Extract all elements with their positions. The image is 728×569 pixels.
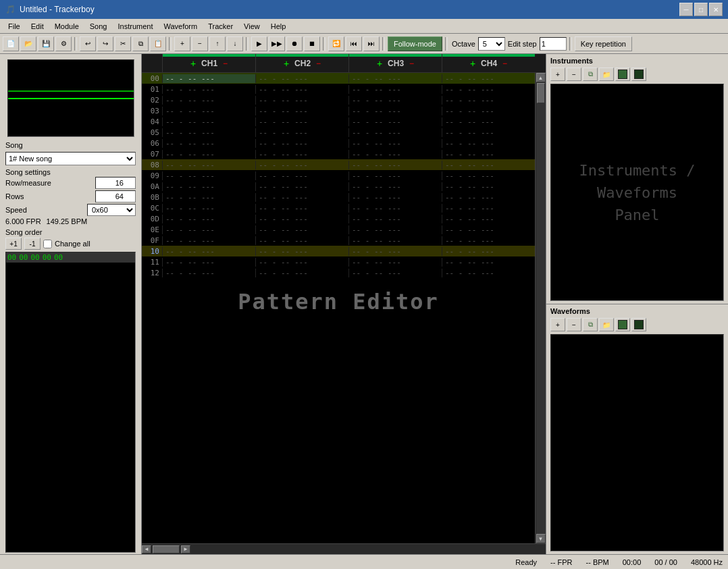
key-rep-button[interactable]: Key repetition — [575, 36, 632, 51]
follow-mode-button[interactable]: Follow-mode — [388, 36, 442, 51]
row-cell[interactable]: -- - -- --- — [255, 96, 348, 105]
ch3-minus-icon[interactable]: − — [409, 59, 414, 68]
order-minus-button[interactable]: -1 — [24, 238, 41, 250]
row-cell[interactable]: -- - -- --- — [255, 85, 348, 94]
row-cell[interactable]: -- - -- --- — [255, 139, 348, 148]
minimize-button[interactable]: ─ — [679, 3, 693, 16]
row-cell[interactable]: -- - -- --- — [162, 74, 255, 83]
inst-remove-button[interactable]: − — [567, 67, 581, 81]
transpose-up-button[interactable]: ↑ — [209, 36, 226, 51]
table-row[interactable]: 01-- - -- ----- - -- ----- - -- ----- - … — [142, 84, 535, 94]
table-row[interactable]: 03-- - -- ----- - -- ----- - -- ----- - … — [142, 105, 535, 116]
insert-row-button[interactable]: + — [174, 36, 190, 51]
edit-step-input[interactable] — [540, 37, 567, 51]
scroll-thumb[interactable] — [537, 83, 545, 103]
ch3-plus-icon[interactable]: + — [377, 58, 382, 69]
row-cell[interactable]: -- - -- --- — [348, 74, 442, 83]
open-button[interactable]: 📂 — [20, 36, 36, 51]
row-cell[interactable]: -- - -- --- — [162, 150, 255, 159]
remove-row-button[interactable]: − — [192, 36, 208, 51]
play-button[interactable]: ▶ — [251, 36, 267, 51]
row-cell[interactable]: -- - -- --- — [348, 85, 442, 94]
new-button[interactable]: 📄 — [3, 36, 19, 51]
redo-button[interactable]: ↪ — [97, 36, 113, 51]
row-cell[interactable]: -- - -- --- — [255, 107, 348, 115]
record-button[interactable]: ⏺ — [286, 36, 303, 51]
ch2-plus-icon[interactable]: + — [284, 58, 289, 69]
pattern-scroll[interactable]: Pattern Editor 00 -- - -- --- -- - -- --… — [142, 73, 535, 543]
row-cell[interactable]: -- - -- --- — [442, 139, 535, 148]
transpose-dn-button[interactable]: ↓ — [227, 36, 243, 51]
table-row[interactable]: 04-- - -- ----- - -- ----- - -- ----- - … — [142, 116, 535, 127]
undo-button[interactable]: ↩ — [80, 36, 96, 51]
waveforms-list[interactable] — [550, 334, 724, 551]
song-select[interactable]: 1# New song — [5, 152, 136, 165]
menu-tracker[interactable]: Tracker — [203, 21, 238, 32]
wave-green-button[interactable] — [615, 318, 630, 331]
row-cell[interactable]: -- - -- --- — [442, 128, 535, 137]
wave-remove-button[interactable]: − — [567, 318, 581, 331]
inst-green-button[interactable] — [615, 67, 630, 81]
prev-pattern-button[interactable]: ⏮ — [346, 36, 362, 51]
row-cell[interactable]: -- - -- --- — [348, 150, 442, 159]
change-all-checkbox[interactable] — [43, 240, 52, 248]
h-scroll-thumb[interactable] — [153, 545, 180, 553]
row-cell[interactable]: -- - -- --- — [442, 107, 535, 115]
row-cell[interactable]: -- - -- --- — [348, 96, 442, 105]
vertical-scrollbar[interactable]: ▲ ▼ — [535, 73, 546, 543]
menu-help[interactable]: Help — [265, 21, 292, 32]
song-order-list[interactable]: 00 00 00 00 00 — [5, 252, 136, 553]
menu-song[interactable]: Song — [84, 21, 113, 32]
table-row[interactable]: 02-- - -- ----- - -- ----- - -- ----- - … — [142, 94, 535, 105]
inst-add-button[interactable]: + — [550, 67, 565, 81]
config-button[interactable]: ⚙ — [55, 36, 72, 51]
menu-module[interactable]: Module — [49, 21, 84, 32]
wave-folder-button[interactable]: 📁 — [599, 318, 614, 331]
scroll-up-arrow[interactable]: ▲ — [536, 73, 546, 82]
row-cell[interactable]: -- - -- --- — [162, 139, 255, 148]
rows-input[interactable] — [95, 190, 136, 202]
row-cell[interactable]: -- - -- --- — [348, 117, 442, 126]
menu-waveform[interactable]: Waveform — [158, 21, 203, 32]
scroll-right-arrow[interactable]: ► — [181, 545, 190, 553]
wave-duplicate-button[interactable]: ⧉ — [583, 318, 598, 331]
ch4-minus-icon[interactable]: − — [502, 59, 507, 68]
row-cell[interactable]: -- - -- --- — [162, 128, 255, 137]
row-cell[interactable]: -- - -- --- — [442, 117, 535, 126]
close-button[interactable]: ✕ — [709, 3, 723, 16]
wave-dark-button[interactable] — [631, 318, 646, 331]
order-row-0[interactable]: 00 00 00 00 00 — [6, 252, 135, 263]
row-cell[interactable]: -- - -- --- — [162, 96, 255, 105]
inst-folder-button[interactable]: 📁 — [599, 67, 614, 81]
row-cell[interactable]: -- - -- --- — [348, 107, 442, 115]
ch1-plus-icon[interactable]: + — [190, 58, 196, 69]
octave-select[interactable]: 51234678 — [478, 37, 505, 51]
horizontal-scrollbar[interactable]: ◄ ► — [142, 543, 546, 554]
scroll-left-arrow[interactable]: ◄ — [142, 545, 151, 553]
menu-instrument[interactable]: Instrument — [112, 21, 158, 32]
stop-button[interactable]: ⏹ — [304, 36, 320, 51]
row-cell[interactable]: -- - -- --- — [348, 128, 442, 137]
row-cell[interactable]: -- - -- --- — [162, 117, 255, 126]
menu-file[interactable]: File — [3, 21, 26, 32]
save-button[interactable]: 💾 — [38, 36, 54, 51]
table-row[interactable]: 07-- - -- ----- - -- ----- - -- ----- - … — [142, 148, 535, 159]
maximize-button[interactable]: □ — [694, 3, 708, 16]
next-pattern-button[interactable]: ⏭ — [363, 36, 380, 51]
ch4-plus-icon[interactable]: + — [470, 58, 475, 69]
wave-add-button[interactable]: + — [550, 318, 565, 331]
rows-per-measure-input[interactable] — [95, 177, 136, 189]
ch2-minus-icon[interactable]: − — [316, 59, 321, 68]
inst-dark-button[interactable] — [631, 67, 646, 81]
inst-duplicate-button[interactable]: ⧉ — [583, 67, 598, 81]
row-cell[interactable]: -- - -- --- — [442, 85, 535, 94]
ch1-minus-icon[interactable]: − — [223, 59, 228, 68]
speed-select[interactable]: 0x60 — [87, 204, 136, 216]
scroll-down-arrow[interactable]: ▼ — [536, 534, 546, 543]
row-cell[interactable]: -- - -- --- — [442, 74, 535, 83]
row-cell[interactable]: -- - -- --- — [442, 150, 535, 159]
row-cell[interactable]: -- - -- --- — [255, 117, 348, 126]
row-cell[interactable]: -- - -- --- — [162, 107, 255, 115]
menu-edit[interactable]: Edit — [26, 21, 49, 32]
table-row[interactable]: 06-- - -- ----- - -- ----- - -- ----- - … — [142, 138, 535, 148]
